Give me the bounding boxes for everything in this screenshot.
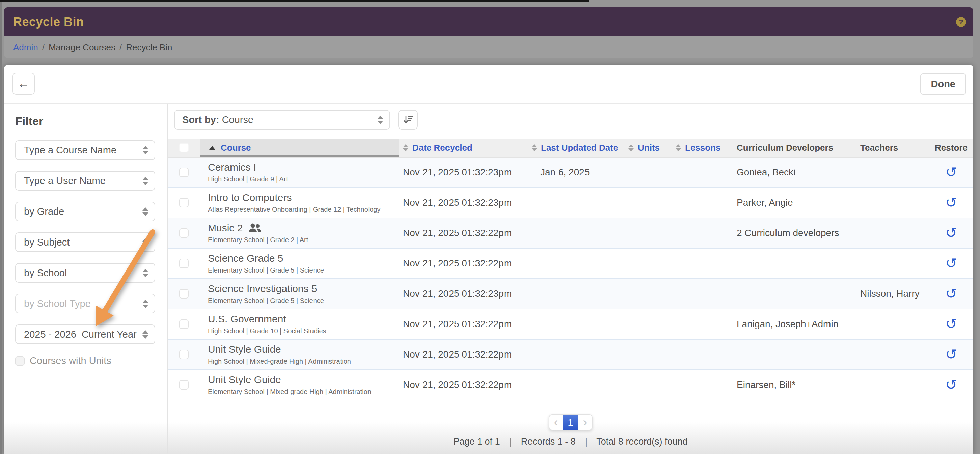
restore-icon[interactable]: ↺ <box>945 226 957 240</box>
row-checkbox[interactable] <box>179 289 189 298</box>
course-details: Elementary School | Mixed-grade High | A… <box>208 388 371 396</box>
course-details: Elementary School | Grade 5 | Science <box>208 267 324 274</box>
row-checkbox[interactable] <box>179 168 189 177</box>
restore-icon[interactable]: ↺ <box>945 256 957 270</box>
breadcrumb: Admin / Manage Courses / Recycle Bin <box>4 37 973 58</box>
course-details: High School | Grade 9 | Art <box>208 175 288 183</box>
chevron-updown-icon <box>142 300 148 308</box>
course-details: High School | Mixed-grade High | Adminis… <box>208 357 351 365</box>
select-all-checkbox[interactable] <box>179 143 189 152</box>
column-header-course[interactable]: Course <box>200 139 399 157</box>
school-year-dropdown[interactable]: 2025 - 2026 Current Year <box>15 324 155 344</box>
lessons-cell <box>671 370 725 400</box>
sort-order-button[interactable] <box>398 110 418 130</box>
sort-updown-icon <box>676 144 681 151</box>
page-title: Recycle Bin <box>4 15 84 29</box>
restore-icon[interactable]: ↺ <box>945 196 957 210</box>
chevron-updown-icon <box>142 330 148 339</box>
course-details: High School | Grade 10 | Social Studies <box>208 327 326 335</box>
breadcrumb-manage-courses: Manage Courses <box>49 42 115 52</box>
recycle-bin-panel: ← Done Filter Type a Course Name Type a … <box>4 65 973 454</box>
teachers-cell: Nilsson, Harry <box>856 279 931 309</box>
records-total: Total 8 record(s) found <box>596 437 687 446</box>
column-header-restore: Restore <box>931 139 972 157</box>
breadcrumb-admin-link[interactable]: Admin <box>13 42 38 52</box>
teachers-cell <box>856 370 931 400</box>
date-recycled: Nov 21, 2025 01:32:23pm <box>399 157 527 187</box>
table-row: Unit Style Guide Elementary School | Mix… <box>168 370 973 400</box>
row-checkbox[interactable] <box>179 350 189 359</box>
row-checkbox[interactable] <box>179 319 189 329</box>
course-title: U.S. Government <box>208 313 286 325</box>
next-page-button[interactable]: › <box>578 415 592 430</box>
curriculum-developers-cell: Parker, Angie <box>725 188 856 217</box>
column-header-lessons[interactable]: Lessons <box>671 139 725 157</box>
course-title: Unit Style Guide <box>208 344 281 355</box>
course-title: Science Investigations 5 <box>208 283 317 294</box>
previous-page-button[interactable]: ‹ <box>549 415 563 430</box>
date-recycled: Nov 21, 2025 01:32:22pm <box>399 218 527 248</box>
curriculum-developers-cell <box>725 249 856 278</box>
teachers-cell <box>856 218 931 248</box>
column-header-units[interactable]: Units <box>623 139 671 157</box>
breadcrumb-separator: / <box>42 42 45 52</box>
last-updated-date <box>527 249 623 278</box>
table-row: Intro to Computers Atlas Representative … <box>168 188 973 218</box>
row-checkbox[interactable] <box>179 380 189 390</box>
results-panel: Sort by: Course Course <box>168 103 973 453</box>
course-title: Intro to Computers <box>208 192 291 203</box>
last-updated-date: Jan 6, 2025 <box>527 157 623 187</box>
current-page-button[interactable]: 1 <box>563 415 578 430</box>
filter-heading: Filter <box>15 115 167 128</box>
restore-icon[interactable]: ↺ <box>945 165 957 179</box>
sort-by-dropdown[interactable]: Sort by: Course <box>174 110 390 130</box>
courses-with-units-checkbox[interactable] <box>15 356 25 366</box>
units-cell <box>623 340 671 369</box>
column-header-last-updated[interactable]: Last Updated Date <box>527 139 623 157</box>
chevron-updown-icon <box>142 177 148 185</box>
curriculum-developers-cell <box>725 279 856 309</box>
table-header-row: Course Date Recycled Last Updated Date U… <box>168 139 973 157</box>
course-title: Science Grade 5 <box>208 252 283 264</box>
column-header-teachers: Teachers <box>856 139 931 157</box>
done-button[interactable]: Done <box>920 73 967 95</box>
courses-with-units-label: Courses with Units <box>30 355 111 366</box>
restore-icon[interactable]: ↺ <box>945 317 957 331</box>
grade-dropdown[interactable]: by Grade <box>15 202 155 221</box>
restore-icon[interactable]: ↺ <box>945 378 957 392</box>
user-name-dropdown[interactable]: Type a User Name <box>15 171 155 190</box>
row-checkbox[interactable] <box>179 229 189 238</box>
help-icon[interactable]: ? <box>956 17 966 27</box>
units-cell <box>623 157 671 187</box>
course-details: Atlas Representative Onboarding | Grade … <box>208 206 380 214</box>
teachers-cell <box>856 157 931 187</box>
date-recycled: Nov 21, 2025 01:32:22pm <box>399 249 527 278</box>
course-name-dropdown[interactable]: Type a Course Name <box>15 140 155 160</box>
chevron-updown-icon <box>142 146 148 154</box>
breadcrumb-separator: / <box>119 42 122 52</box>
restore-icon[interactable]: ↺ <box>945 287 957 301</box>
restore-icon[interactable]: ↺ <box>945 348 957 362</box>
lessons-cell <box>671 157 725 187</box>
course-title: Unit Style Guide <box>208 374 281 386</box>
units-cell <box>623 279 671 309</box>
row-checkbox[interactable] <box>179 259 189 268</box>
sort-updown-icon <box>628 144 634 151</box>
units-cell <box>623 218 671 248</box>
school-type-dropdown[interactable]: by School Type <box>15 294 155 313</box>
page-header: Recycle Bin ? <box>4 8 973 37</box>
row-checkbox[interactable] <box>179 198 189 208</box>
lessons-cell <box>671 249 725 278</box>
lessons-cell <box>671 340 725 369</box>
chevron-updown-icon <box>142 238 148 246</box>
last-updated-date <box>527 340 623 369</box>
school-dropdown[interactable]: by School <box>15 263 155 283</box>
back-button[interactable]: ← <box>13 73 35 95</box>
lessons-cell <box>671 309 725 339</box>
subject-dropdown[interactable]: by Subject <box>15 232 155 252</box>
date-recycled: Nov 21, 2025 01:32:23pm <box>399 188 527 217</box>
units-cell <box>623 309 671 339</box>
sort-amount-down-icon <box>402 114 414 125</box>
records-range: Records 1 - 8 <box>521 437 576 446</box>
column-header-date-recycled[interactable]: Date Recycled <box>399 139 527 157</box>
